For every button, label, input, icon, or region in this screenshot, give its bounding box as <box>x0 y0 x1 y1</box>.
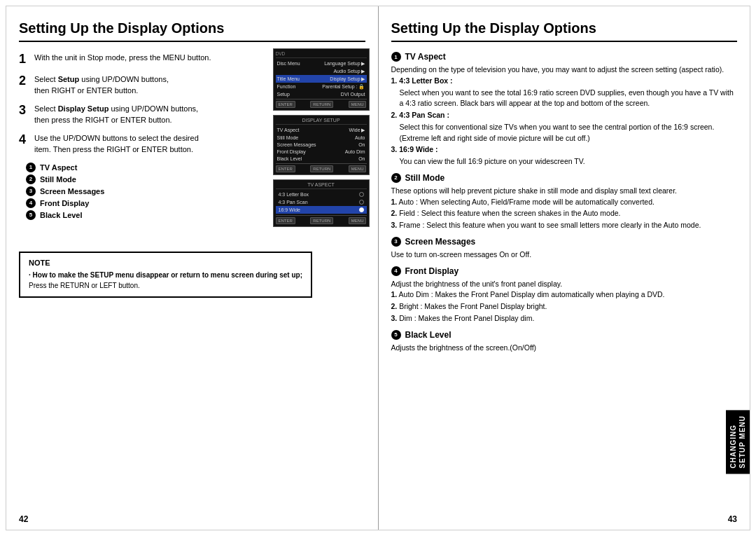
section-5-body: Adjusts the brightness of the screen.(On… <box>391 343 738 354</box>
section-4-title: Front Display <box>405 266 459 276</box>
note-box: NOTE · How to make the SETUP menu disapp… <box>19 252 312 298</box>
menu-item-4-label: Front Display <box>40 199 89 207</box>
step-3: 3 Select Display Setup using UP/DOWN but… <box>19 103 257 126</box>
menu-item-3: 3 Screen Messages <box>26 186 257 196</box>
step-3-text: Select Display Setup using UP/DOWN butto… <box>34 103 257 126</box>
left-page-number: 42 <box>19 514 28 524</box>
step-1-text: With the unit in Stop mode, press the ME… <box>34 52 257 64</box>
menu-item-3-label: Screen Messages <box>40 187 104 195</box>
left-page-title: Setting Up the Display Options <box>19 20 365 42</box>
section-3-body: Use to turn on-screen messages On or Off… <box>391 249 738 261</box>
note-text: · How to make the SETUP menu disappear o… <box>29 270 302 291</box>
section-2-title: Still Mode <box>405 173 445 183</box>
section-4-body: Adjust the brightness of the unit's fron… <box>391 279 738 290</box>
sidebar-line2: SETUP MENU <box>738 415 746 468</box>
right-page-title: Setting Up the Display Options <box>391 20 738 42</box>
right-page-number: 43 <box>728 514 737 524</box>
dvd-menu-screenshot: DVD Disc MenuLanguage Setup ▶ Audio Setu… <box>273 48 370 111</box>
note-label: NOTE <box>29 259 302 267</box>
section-1-title: TV Aspect <box>405 52 446 62</box>
section-5-title: Black Level <box>405 330 451 340</box>
section-1-body: Depending on the type of television you … <box>391 64 738 76</box>
step-1: 1 With the unit in Stop mode, press the … <box>19 52 257 67</box>
section-front-display: 4 Front Display Adjust the brightness of… <box>391 266 738 324</box>
display-setup-screenshot: DISPLAY SETUP TV AspectWide ▶ Still Mode… <box>273 115 370 175</box>
section-tv-aspect: 1 TV Aspect Depending on the type of tel… <box>391 52 738 167</box>
menu-item-2-label: Still Mode <box>40 175 76 184</box>
menu-item-2: 2 Still Mode <box>26 174 257 184</box>
step-4-text: Use the UP/DOWN buttons to select the de… <box>34 132 257 156</box>
section-screen-messages: 3 Screen Messages Use to turn on-screen … <box>391 237 738 261</box>
step-4: 4 Use the UP/DOWN buttons to select the … <box>19 132 257 156</box>
tv-aspect-screenshot: TV ASPECT 4:3 Letter Box 4:3 Pan Scan 16… <box>273 179 370 227</box>
menu-item-1-label: TV Aspect <box>40 163 77 172</box>
menu-item-4: 4 Front Display <box>26 198 257 208</box>
menu-item-1: 1 TV Aspect <box>26 163 257 172</box>
section-still-mode: 2 Still Mode These options will help pre… <box>391 173 738 231</box>
menu-item-5: 5 Black Level <box>26 210 257 220</box>
section-2-body: These options will help prevent picture … <box>391 186 738 197</box>
menu-item-5-label: Black Level <box>40 211 83 219</box>
step-2-text: Select Setup using UP/DOWN buttons,then … <box>34 74 257 97</box>
section-black-level: 5 Black Level Adjusts the brightness of … <box>391 330 738 354</box>
sidebar-line1: CHANGING <box>729 425 737 468</box>
step-2: 2 Select Setup using UP/DOWN buttons,the… <box>19 74 257 97</box>
screenshots-column: DVD Disc MenuLanguage Setup ▶ Audio Setu… <box>273 48 371 231</box>
menu-items-list: 1 TV Aspect 2 Still Mode 3 Screen Messag… <box>26 163 257 220</box>
section-3-title: Screen Messages <box>405 237 476 247</box>
sidebar-tab: CHANGING SETUP MENU <box>726 410 750 474</box>
